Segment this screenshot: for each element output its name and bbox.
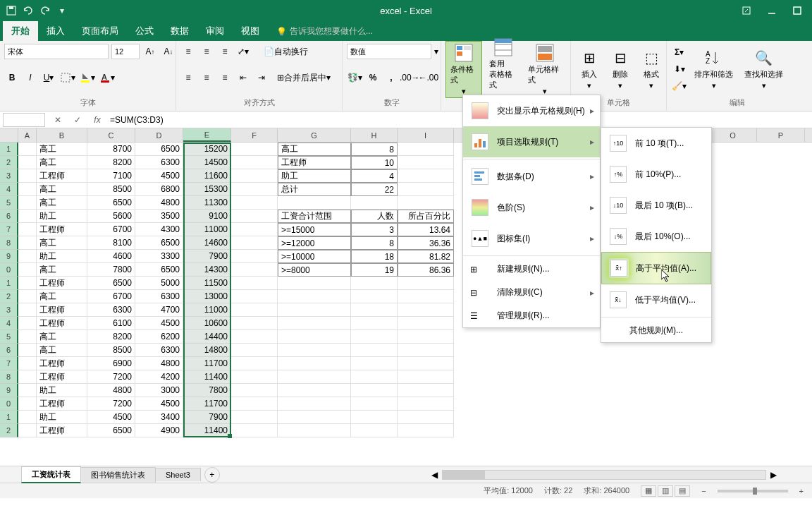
cell[interactable] — [351, 344, 398, 357]
wrap-text-button[interactable]: 📄 自动换行 — [254, 44, 317, 59]
cell[interactable]: 工程师 — [37, 169, 87, 183]
format-cells-button[interactable]: ⬚ 格式▾ — [637, 47, 665, 92]
cell[interactable] — [231, 330, 278, 344]
row-header[interactable]: 2 — [0, 156, 18, 169]
fill-color-button[interactable]: ▾ — [79, 70, 96, 85]
cell[interactable]: 14500 — [183, 156, 231, 169]
cell[interactable]: 15200 — [183, 143, 231, 156]
cell[interactable] — [351, 424, 398, 437]
align-middle-icon[interactable]: ≡ — [199, 44, 214, 59]
indent-inc-icon[interactable]: ⇥ — [254, 70, 269, 85]
cell[interactable] — [351, 370, 398, 384]
sheet-tab[interactable]: 图书销售统计表 — [80, 467, 156, 483]
menu-below-average[interactable]: x̄↓ 低于平均值(V)... — [601, 284, 711, 315]
cell[interactable] — [398, 277, 454, 290]
cell[interactable] — [398, 370, 454, 384]
currency-icon[interactable]: 💱▾ — [347, 70, 362, 85]
italic-button[interactable]: I — [23, 70, 38, 85]
cell[interactable] — [18, 370, 37, 384]
cell[interactable]: 工程师 — [278, 156, 351, 169]
cell[interactable]: 11000 — [183, 223, 231, 236]
cell[interactable]: 18 — [351, 250, 398, 263]
cell[interactable]: 13.64 — [398, 223, 454, 236]
cell[interactable] — [278, 303, 351, 317]
merge-center-button[interactable]: ⊞ 合并后居中▾ — [272, 70, 336, 85]
cell[interactable]: 11600 — [183, 169, 231, 183]
cell[interactable] — [351, 397, 398, 411]
cell[interactable] — [398, 156, 454, 169]
menu-top10-percent[interactable]: ↑% 前 10%(P)... — [601, 159, 711, 190]
font-name-select[interactable] — [4, 44, 109, 59]
cell[interactable]: 8 — [351, 143, 398, 156]
cell[interactable] — [231, 196, 278, 210]
undo-icon[interactable] — [23, 5, 34, 16]
tab-insert[interactable]: 插入 — [38, 21, 73, 41]
maximize-icon[interactable] — [791, 4, 804, 17]
cell[interactable]: 助工 — [37, 384, 87, 397]
cell[interactable] — [18, 250, 37, 263]
cell[interactable] — [18, 183, 37, 196]
col-header[interactable]: F — [231, 128, 278, 142]
cell[interactable]: 81.82 — [398, 250, 454, 263]
cell[interactable]: 6300 — [135, 156, 183, 169]
col-header[interactable]: G — [278, 128, 351, 142]
cell[interactable] — [18, 344, 37, 357]
cell[interactable] — [231, 223, 278, 236]
cell[interactable]: 7200 — [87, 370, 135, 384]
decrease-font-icon[interactable]: A↓ — [161, 44, 176, 59]
cell[interactable]: 高工 — [37, 156, 87, 169]
cell[interactable] — [398, 317, 454, 330]
row-header[interactable]: 0 — [0, 397, 18, 411]
cell[interactable] — [231, 411, 278, 424]
cell[interactable]: 6500 — [135, 263, 183, 277]
zoom-out-icon[interactable]: − — [701, 487, 706, 495]
col-header[interactable]: P — [757, 128, 805, 142]
menu-other-rules[interactable]: 其他规则(M)... — [601, 319, 711, 342]
find-select-button[interactable]: 🔍 查找和选择▾ — [740, 47, 787, 92]
increase-decimal-icon[interactable]: .00→ — [402, 70, 418, 85]
cell[interactable] — [278, 397, 351, 411]
cell[interactable] — [278, 317, 351, 330]
cell[interactable] — [231, 303, 278, 317]
cell[interactable]: 助工 — [37, 250, 87, 263]
cell[interactable]: 高工 — [37, 196, 87, 210]
cell[interactable] — [398, 411, 454, 424]
cell[interactable] — [231, 210, 278, 223]
menu-color-scales[interactable]: 色阶(S)▸ — [463, 192, 600, 223]
cell[interactable] — [351, 411, 398, 424]
cell[interactable]: 高工 — [37, 344, 87, 357]
cell[interactable] — [231, 169, 278, 183]
cell[interactable] — [278, 370, 351, 384]
cell[interactable] — [18, 357, 37, 370]
tab-layout[interactable]: 页面布局 — [73, 21, 127, 41]
menu-new-rule[interactable]: ⊞ 新建规则(N)... — [463, 258, 600, 281]
cell[interactable]: 6700 — [87, 223, 135, 236]
cell[interactable]: 6500 — [87, 196, 135, 210]
select-all-corner[interactable] — [0, 128, 18, 142]
cell[interactable]: 86.36 — [398, 263, 454, 277]
cell[interactable]: 4 — [351, 169, 398, 183]
cell[interactable]: 3400 — [135, 411, 183, 424]
cell[interactable]: 4800 — [135, 196, 183, 210]
cell[interactable] — [231, 344, 278, 357]
cell[interactable] — [231, 183, 278, 196]
cell[interactable]: 22 — [351, 183, 398, 196]
row-header[interactable]: 2 — [0, 424, 18, 437]
cell[interactable] — [351, 384, 398, 397]
cell[interactable]: 11700 — [183, 357, 231, 370]
cell[interactable]: 4800 — [87, 384, 135, 397]
cell[interactable] — [231, 143, 278, 156]
cell[interactable] — [398, 290, 454, 303]
cell[interactable]: 工程师 — [37, 424, 87, 437]
cell[interactable]: 3 — [351, 223, 398, 236]
cell[interactable] — [231, 250, 278, 263]
orientation-icon[interactable]: ⤢▾ — [235, 44, 251, 59]
row-header[interactable]: 9 — [0, 250, 18, 263]
formula-input[interactable] — [107, 113, 812, 127]
font-size-select[interactable] — [111, 44, 140, 59]
cell[interactable]: 14600 — [183, 236, 231, 250]
cell[interactable] — [231, 263, 278, 277]
cell[interactable] — [351, 317, 398, 330]
cell[interactable] — [231, 424, 278, 437]
cell[interactable] — [18, 290, 37, 303]
